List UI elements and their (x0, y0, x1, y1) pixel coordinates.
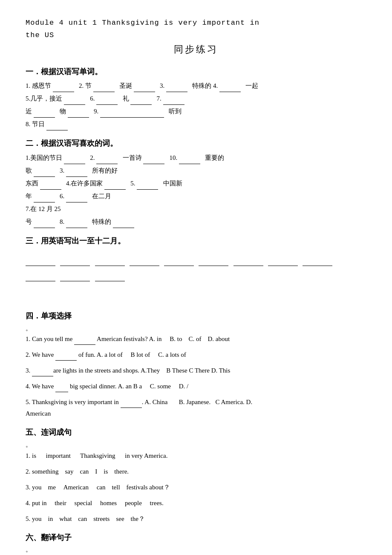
section1-title: 一．根据汉语写单词。 (26, 66, 366, 78)
section6-title: 六、翻译句子 (26, 532, 366, 544)
s1-item15: 8. 节日 (26, 121, 68, 127)
s4-item2: 2. We have of fun. A. a lot of B lot of … (26, 349, 366, 361)
section1-items: 1. 感恩节 2. 节 圣诞 3. 特殊的 4. 一起 5.几乎，接近 6. 礼… (26, 79, 366, 130)
s5-item5: 5. you in what can streets see the？ (26, 513, 366, 525)
section3-blanks (26, 251, 366, 281)
s1-item5: 特殊的 4. (192, 82, 244, 89)
s5-item4: 4. put in their special homes people tre… (26, 497, 366, 509)
s1-item2: 2. 节 (79, 82, 118, 89)
s4-item1: 1. Can you tell me American festivals? A… (26, 333, 366, 345)
section2-items: 1.美国的节日 2. 一首诗 10. 重要的 歌 3. 所有的好 东西 4.在许… (26, 151, 366, 228)
s1-item6: 一起 (245, 82, 258, 89)
section3-title: 三．用英语写出一至十二月。 (26, 235, 366, 247)
subtitle: 同步练习 (26, 42, 366, 57)
s1-item7: 5.几乎，接近 (26, 95, 89, 102)
s1-item11: 近 (26, 108, 58, 115)
s5-item2: 2. something say can I is there. (26, 466, 366, 477)
s5-item1: 1. is important Thanksgiving in very Ame… (26, 450, 366, 462)
s1-item14: 听到 (169, 108, 182, 115)
page-title-line2: the US (26, 29, 366, 41)
section4-title: 四．单项选择 (26, 310, 366, 322)
s1-item8: 6. (90, 95, 121, 102)
s1-item3: 圣诞 (119, 82, 158, 89)
section5-note: 。 (26, 440, 366, 450)
section4-note: 。 (26, 324, 366, 333)
s1-item1: 1. 感恩节 (26, 82, 77, 89)
s4-item4: 4. We have big special dinner. A. an B a… (26, 381, 366, 392)
s1-item13: 9. (94, 108, 167, 115)
s4-item3: 3. are lights in the streets and shops. … (26, 365, 366, 376)
s1-item4: 3. (160, 82, 191, 89)
section5-title: 五、连词成句 (26, 426, 366, 439)
section2-title: 二．根据汉语写喜欢的词。 (26, 137, 366, 150)
page-title-line1: Module 4 unit 1 Thanksgiving is very imp… (26, 17, 366, 29)
s5-item3: 3. you me American can tell festivals ab… (26, 482, 366, 493)
s1-item9: 礼 (123, 95, 155, 102)
s1-item10: 7. (157, 95, 184, 102)
section6-note: 。 (26, 545, 366, 555)
s4-item5: 5. Thanksgiving is very important in . A… (26, 396, 366, 419)
s1-item12: 物 (60, 108, 92, 115)
